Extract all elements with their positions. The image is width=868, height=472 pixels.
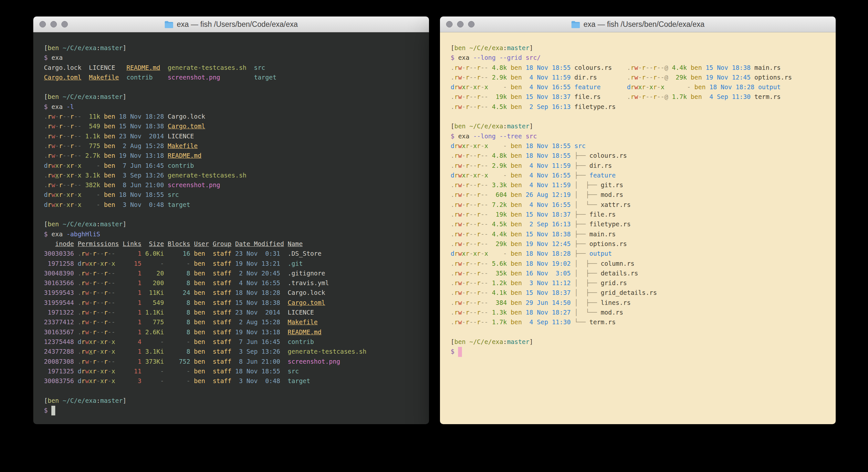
t-seg: r	[455, 172, 458, 179]
t-seg: 29k	[668, 74, 687, 81]
t-seg: -	[97, 309, 100, 316]
t-seg: d	[451, 83, 455, 91]
t-seg: -	[469, 181, 473, 189]
t-seg: d	[44, 191, 48, 199]
t-seg: [	[44, 397, 48, 405]
terminal-line: .rw-r--r-- 4.5k ben 2 Sep 16:13 filetype…	[451, 102, 836, 112]
t-seg: -	[78, 122, 82, 130]
t-seg: 20087308	[44, 358, 74, 365]
t-seg: 3 Nov 0:48	[115, 201, 164, 208]
terminal-line	[44, 210, 429, 219]
t-seg: r	[70, 162, 74, 169]
t-seg: 5.6k	[488, 260, 507, 267]
t-seg: :	[97, 93, 100, 100]
t-seg: r	[477, 289, 481, 296]
minimize-button[interactable]	[457, 21, 464, 28]
t-seg: -	[164, 377, 190, 385]
t-seg: r	[477, 142, 481, 150]
t-seg: w	[458, 299, 462, 306]
t-seg: term.rs	[751, 93, 781, 100]
t-seg	[115, 64, 127, 71]
t-seg: x	[638, 83, 642, 91]
t-seg: x	[112, 260, 115, 267]
terminal-line: .rw-r--r-- 604 ben 26 Aug 12:19 │ ├── mo…	[451, 190, 836, 200]
t-seg: Makefile	[168, 142, 198, 150]
t-seg: -	[74, 181, 78, 189]
t-seg: w	[51, 181, 55, 189]
t-seg: screenshot.png	[280, 358, 340, 365]
t-seg: r	[48, 191, 52, 199]
t-seg: x	[484, 172, 488, 179]
t-seg: -	[55, 152, 59, 159]
close-button[interactable]	[39, 21, 46, 28]
t-seg: r	[93, 260, 97, 267]
t-seg: 19k	[488, 93, 507, 100]
t-seg	[44, 240, 55, 248]
t-seg: -	[55, 181, 59, 189]
t-seg: -	[484, 309, 488, 316]
t-seg: x	[462, 83, 466, 91]
titlebar[interactable]: exa — fish /Users/ben/Code/exa/exa	[440, 17, 836, 32]
t-seg: 11Ki	[142, 289, 164, 296]
t-seg: -	[107, 289, 112, 296]
t-seg: 1	[119, 328, 142, 336]
t-seg: Makefile	[89, 74, 119, 81]
t-seg	[571, 279, 575, 287]
t-seg: .	[44, 152, 48, 159]
terminal-content[interactable]: [ben ~/C/e/exa:master]$ exaCargo.lock LI…	[33, 32, 429, 424]
t-seg: -	[107, 358, 112, 365]
t-seg: -	[63, 191, 66, 199]
t-seg: -	[82, 201, 100, 208]
t-seg: 1.1Ki	[142, 309, 164, 316]
t-seg: ~/C/e/exa	[469, 338, 503, 346]
titlebar[interactable]: exa — fish /Users/ben/Code/exa/exa	[33, 17, 429, 32]
t-seg: .	[451, 279, 455, 287]
t-seg: r	[477, 279, 481, 287]
t-seg: w	[458, 201, 462, 208]
t-seg: 8	[164, 270, 190, 277]
t-seg: r	[93, 377, 97, 385]
t-seg	[571, 152, 575, 159]
t-seg: -	[89, 319, 93, 326]
close-button[interactable]	[446, 21, 453, 28]
t-seg: 31959543	[44, 289, 74, 296]
t-seg: 15 Nov 18:37	[522, 211, 571, 218]
t-seg: r	[48, 152, 52, 159]
t-seg: ben staff	[190, 270, 231, 277]
t-seg: x	[89, 367, 93, 375]
t-seg: ben	[455, 122, 466, 130]
zoom-button[interactable]	[61, 21, 68, 28]
t-seg: r	[82, 309, 85, 316]
t-seg: ben staff	[190, 328, 231, 336]
t-seg: -	[646, 83, 650, 91]
t-seg: -	[473, 231, 477, 238]
t-seg: -	[107, 338, 112, 346]
t-seg: r	[465, 250, 469, 257]
t-seg: ben	[507, 162, 522, 169]
t-seg: r	[104, 309, 108, 316]
t-seg: ben	[687, 74, 702, 81]
zoom-button[interactable]	[468, 21, 474, 28]
terminal-content[interactable]: [ben ~/C/e/exa:master]$ exa --long --gri…	[440, 32, 836, 424]
t-seg: x	[112, 377, 115, 385]
t-seg: r	[465, 152, 469, 159]
t-seg: src	[280, 367, 299, 375]
t-seg	[571, 181, 575, 189]
t-seg: r	[465, 279, 469, 287]
t-seg: 3.3k	[488, 181, 507, 189]
t-seg: -	[74, 142, 78, 150]
t-seg: r	[104, 338, 108, 346]
minimize-button[interactable]	[51, 21, 57, 28]
t-seg: 19k	[488, 211, 507, 218]
t-seg	[522, 132, 526, 140]
t-seg: -	[638, 64, 642, 71]
t-seg: .	[451, 201, 455, 208]
t-seg	[280, 299, 287, 306]
t-seg: -	[646, 93, 650, 100]
t-seg: r	[642, 83, 646, 91]
t-seg: Cargo.lock	[168, 113, 205, 120]
t-seg: .	[451, 260, 455, 267]
t-seg: -	[462, 181, 466, 189]
t-seg: r	[70, 113, 74, 120]
t-seg: w	[85, 328, 89, 336]
